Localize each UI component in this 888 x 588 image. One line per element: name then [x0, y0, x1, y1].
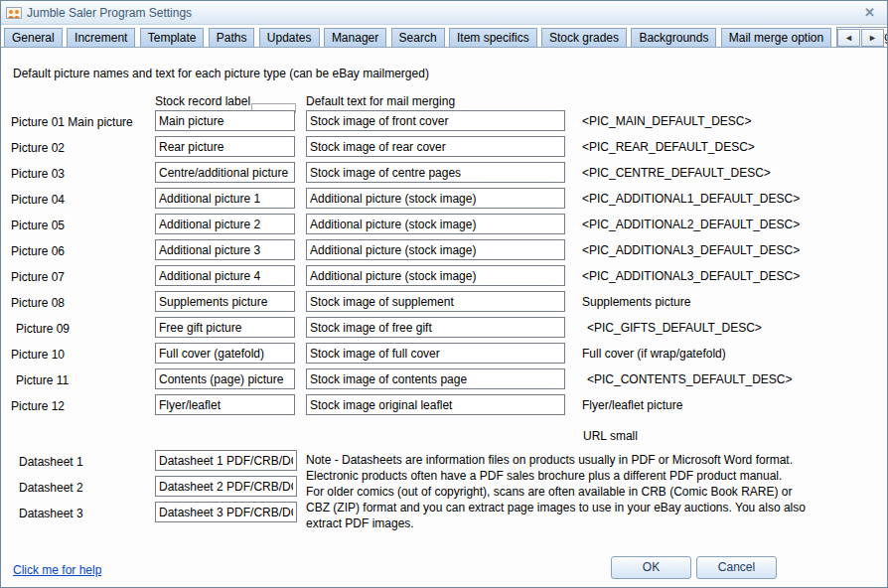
tab-item-specifics[interactable]: Item specifics [449, 28, 537, 48]
merge-code-label: <PIC_REAR_DEFAULT_DESC> [582, 140, 755, 154]
stock-record-label-input[interactable] [155, 343, 295, 364]
default-text-input[interactable] [306, 188, 565, 209]
stock-record-label-input[interactable] [155, 317, 295, 338]
pane-description: Default picture names and text for each … [13, 67, 429, 80]
app-icon [6, 5, 22, 21]
merge-code-label: <PIC_GIFTS_DEFAULT_DESC> [587, 321, 762, 335]
cancel-button[interactable]: Cancel [696, 556, 777, 579]
default-text-input[interactable] [306, 343, 565, 364]
merge-code-label: <PIC_CONTENTS_DEFAULT_DESC> [587, 372, 793, 386]
merge-code-label: Supplements picture [582, 295, 690, 309]
datasheet-row-label: Datasheet 1 [19, 455, 83, 469]
column-header-stock-record-label: Stock record label [155, 94, 250, 108]
picture-row-label: Picture 06 [11, 244, 65, 258]
tab-increment[interactable]: Increment [67, 28, 135, 48]
stock-record-label-input[interactable] [155, 214, 295, 234]
stock-record-label-input[interactable] [155, 239, 295, 260]
ok-button[interactable]: OK [611, 556, 691, 579]
merge-code-label: <PIC_CENTRE_DEFAULT_DESC> [582, 166, 771, 180]
default-text-input[interactable] [306, 214, 565, 234]
close-icon[interactable]: ✕ [864, 5, 875, 20]
picture-row-label: Picture 12 [11, 399, 65, 413]
picture-row-label: Picture 07 [11, 270, 65, 284]
default-text-input[interactable] [306, 291, 565, 312]
default-text-input[interactable] [306, 239, 565, 260]
datasheet-input[interactable] [155, 476, 297, 497]
picture-row-05: Picture 05 <PIC_ADDITIONAL2_DEFAULT_DESC… [1, 214, 888, 237]
stock-record-label-input[interactable] [155, 162, 295, 183]
stock-record-label-input[interactable] [155, 188, 295, 209]
merge-code-label: <PIC_ADDITIONAL2_DEFAULT_DESC> [582, 218, 800, 231]
stock-record-label-input[interactable] [155, 394, 295, 415]
picture-row-12: Picture 12 Flyer/leaflet picture [1, 394, 888, 418]
picture-row-10: Picture 10 Full cover (if wrap/gatefold) [1, 343, 888, 367]
datasheet-input[interactable] [155, 450, 297, 471]
merge-code-label: <PIC_ADDITIONAL1_DEFAULT_DESC> [582, 192, 800, 206]
picture-row-09: Picture 09 <PIC_GIFTS_DEFAULT_DESC> [1, 317, 888, 341]
pic-merge-options-pane: Default picture names and text for each … [1, 49, 888, 588]
picture-row-label: Picture 05 [11, 219, 65, 232]
picture-row-08: Picture 08 Supplements picture [1, 291, 888, 315]
default-text-input[interactable] [306, 394, 565, 415]
merge-code-label: <PIC_ADDITIONAL3_DEFAULT_DESC> [582, 269, 800, 283]
default-text-input[interactable] [306, 317, 565, 338]
tab-mail-merge-option[interactable]: Mail merge option [721, 28, 831, 48]
tab-general[interactable]: General [4, 28, 63, 48]
picture-row-label: Picture 01 Main picture [11, 115, 133, 129]
datasheet-note: Note - Datasheets are information files … [306, 452, 884, 531]
picture-row-label: Picture 09 [16, 322, 70, 336]
url-small-label: URL small [583, 429, 638, 443]
tab-scroll-left-icon[interactable]: ◄ [837, 29, 860, 47]
tab-strip: General Increment Template Paths Updates… [1, 27, 887, 48]
column-header-default-text: Default text for mail merging [306, 94, 455, 108]
tab-scroll-right-icon[interactable]: ► [861, 29, 884, 47]
settings-dialog: Jumble Saler Program Settings ✕ General … [0, 0, 888, 588]
datasheet-row-label: Datasheet 3 [19, 507, 83, 520]
default-text-input[interactable] [306, 368, 565, 389]
tab-template[interactable]: Template [140, 28, 205, 48]
picture-row-label: Picture 02 [11, 141, 65, 155]
stock-record-label-input[interactable] [155, 110, 295, 131]
stock-record-label-input[interactable] [155, 265, 295, 286]
tab-search[interactable]: Search [391, 28, 445, 48]
picture-row-label: Picture 11 [16, 373, 69, 387]
merge-code-label: <PIC_ADDITIONAL3_DEFAULT_DESC> [582, 243, 800, 257]
stock-record-label-input[interactable] [155, 136, 295, 157]
stock-record-label-input[interactable] [155, 368, 295, 389]
picture-row-04: Picture 04 <PIC_ADDITIONAL1_DEFAULT_DESC… [1, 188, 888, 212]
picture-row-02: Picture 02 <PIC_REAR_DEFAULT_DESC> [1, 136, 888, 160]
window-title: Jumble Saler Program Settings [27, 6, 192, 20]
title-bar: Jumble Saler Program Settings ✕ [1, 1, 887, 25]
default-text-input[interactable] [306, 136, 565, 157]
default-text-input[interactable] [306, 110, 565, 131]
merge-code-label: <PIC_MAIN_DEFAULT_DESC> [582, 114, 752, 128]
picture-row-label: Picture 10 [11, 348, 65, 362]
merge-code-label: Flyer/leaflet picture [582, 398, 682, 412]
default-text-input[interactable] [306, 162, 565, 183]
tab-manager[interactable]: Manager [324, 28, 386, 48]
tab-paths[interactable]: Paths [209, 28, 255, 48]
picture-row-07: Picture 07 <PIC_ADDITIONAL3_DEFAULT_DESC… [1, 265, 888, 289]
tab-stock-grades[interactable]: Stock grades [541, 28, 627, 48]
datasheet-input[interactable] [155, 502, 297, 522]
picture-row-01: Picture 01 Main picture <PIC_MAIN_DEFAUL… [1, 110, 888, 134]
datasheet-row-label: Datasheet 2 [19, 481, 83, 495]
picture-row-06: Picture 06 <PIC_ADDITIONAL3_DEFAULT_DESC… [1, 239, 888, 263]
picture-row-label: Picture 04 [11, 193, 65, 207]
tab-updates[interactable]: Updates [259, 28, 320, 48]
picture-row-03: Picture 03 <PIC_CENTRE_DEFAULT_DESC> [1, 162, 888, 186]
picture-row-11: Picture 11 <PIC_CONTENTS_DEFAULT_DESC> [1, 368, 888, 392]
merge-code-label: Full cover (if wrap/gatefold) [582, 347, 726, 361]
picture-row-label: Picture 03 [11, 167, 65, 181]
help-link[interactable]: Click me for help [13, 563, 101, 577]
default-text-input[interactable] [306, 265, 565, 286]
stock-record-label-input[interactable] [155, 291, 295, 312]
picture-row-label: Picture 08 [11, 296, 65, 310]
tab-backgrounds[interactable]: Backgrounds [631, 28, 716, 48]
